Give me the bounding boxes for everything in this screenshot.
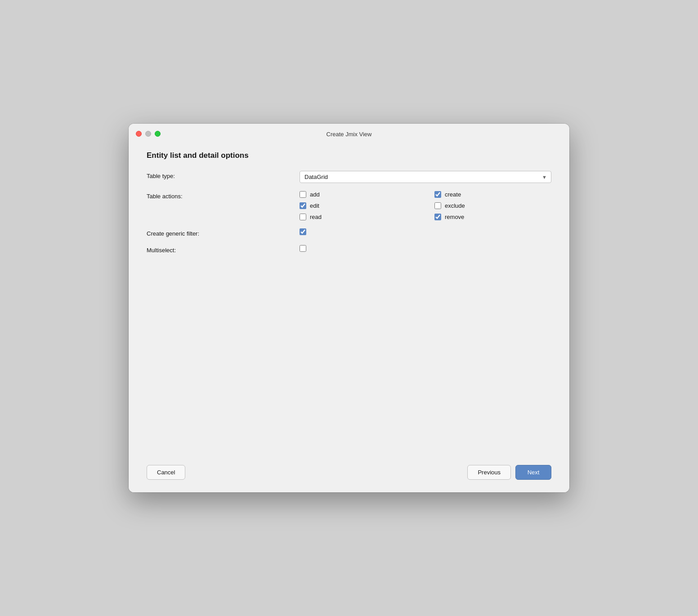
table-type-control: DataGrid TreeDataGrid ▼	[300, 171, 551, 183]
table-actions-row: Table actions: add create	[147, 191, 551, 220]
checkbox-item-exclude: exclude	[434, 202, 551, 209]
section-title: Entity list and detail options	[147, 151, 551, 160]
maximize-button[interactable]	[155, 131, 161, 137]
checkbox-multiselect[interactable]	[300, 245, 306, 252]
multiselect-control	[300, 245, 551, 252]
footer-right: Previous Next	[467, 465, 551, 480]
checkbox-create-label: create	[445, 191, 461, 198]
table-type-row: Table type: DataGrid TreeDataGrid ▼	[147, 171, 551, 183]
title-bar: Create Jmix View	[129, 124, 569, 142]
checkbox-read[interactable]	[300, 214, 306, 220]
close-button[interactable]	[136, 131, 142, 137]
table-actions-control: add create edit exclude	[300, 191, 551, 220]
table-actions-label: Table actions:	[147, 191, 300, 200]
checkbox-remove-label: remove	[445, 214, 464, 220]
dialog-footer: Cancel Previous Next	[129, 456, 569, 492]
cancel-button[interactable]: Cancel	[147, 465, 185, 480]
checkbox-add[interactable]	[300, 191, 306, 198]
checkbox-exclude[interactable]	[434, 202, 441, 209]
checkbox-item-read: read	[300, 214, 416, 220]
dialog-title: Create Jmix View	[327, 131, 372, 138]
traffic-lights	[136, 131, 161, 137]
checkbox-item-create: create	[434, 191, 551, 198]
next-button[interactable]: Next	[515, 465, 551, 480]
dialog-window: Create Jmix View Entity list and detail …	[129, 124, 569, 492]
checkbox-item-edit: edit	[300, 202, 416, 209]
generic-filter-row: Create generic filter:	[147, 228, 551, 237]
table-type-label: Table type:	[147, 171, 300, 179]
multiselect-checkbox-row	[300, 245, 551, 252]
generic-filter-control	[300, 228, 551, 235]
checkbox-read-label: read	[310, 214, 322, 220]
generic-filter-label: Create generic filter:	[147, 228, 300, 237]
checkbox-edit[interactable]	[300, 202, 306, 209]
checkbox-exclude-label: exclude	[445, 202, 465, 209]
minimize-button[interactable]	[145, 131, 151, 137]
dialog-content: Entity list and detail options Table typ…	[129, 142, 569, 456]
checkbox-remove[interactable]	[434, 214, 441, 220]
multiselect-label: Multiselect:	[147, 245, 300, 254]
checkbox-generic-filter[interactable]	[300, 228, 306, 235]
checkbox-item-remove: remove	[434, 214, 551, 220]
previous-button[interactable]: Previous	[467, 465, 511, 480]
multiselect-row: Multiselect:	[147, 245, 551, 254]
checkbox-add-label: add	[310, 191, 320, 198]
generic-filter-checkbox-row	[300, 228, 551, 235]
checkbox-edit-label: edit	[310, 202, 319, 209]
table-type-select-wrapper: DataGrid TreeDataGrid ▼	[300, 171, 551, 183]
checkboxes-grid: add create edit exclude	[300, 191, 551, 220]
checkbox-item-add: add	[300, 191, 416, 198]
table-type-select[interactable]: DataGrid TreeDataGrid	[300, 171, 551, 183]
checkbox-create[interactable]	[434, 191, 441, 198]
